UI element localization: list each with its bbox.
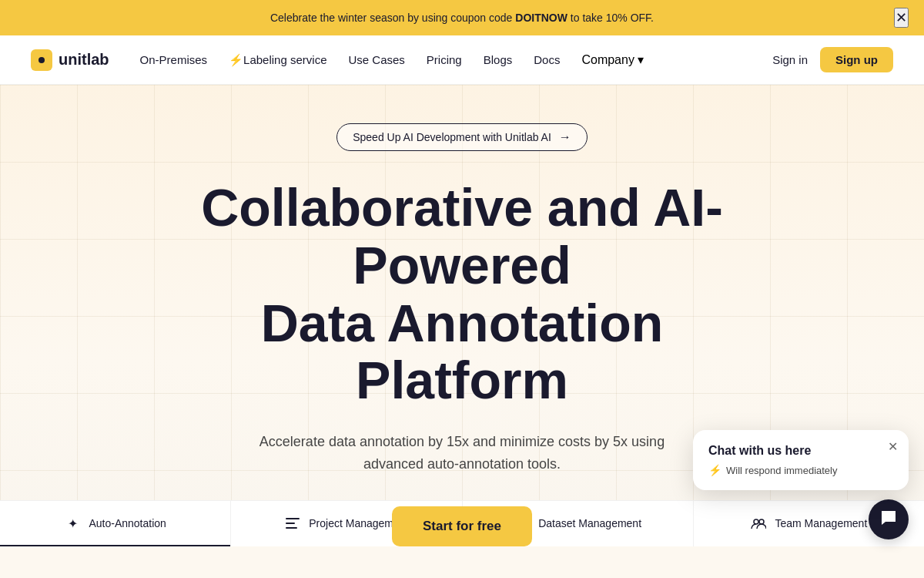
- arrow-icon: →: [559, 130, 571, 144]
- navbar-right: Sign in Sign up: [772, 47, 893, 72]
- navbar-left: unitlab On-Premises ⚡Labeling service Us…: [31, 49, 644, 71]
- banner-text: Celebrate the winter season by using cou…: [270, 12, 654, 24]
- chat-open-button[interactable]: [869, 499, 909, 539]
- top-banner: Celebrate the winter season by using cou…: [0, 0, 924, 35]
- close-chat-button[interactable]: ✕: [888, 439, 898, 454]
- hero-title: Collaborative and AI-Powered Data Annota…: [154, 179, 770, 409]
- nav-item-pricing[interactable]: Pricing: [427, 53, 462, 67]
- close-banner-button[interactable]: ✕: [894, 8, 909, 28]
- nav-item-on-premises[interactable]: On-Premises: [140, 53, 208, 67]
- navbar: unitlab On-Premises ⚡Labeling service Us…: [0, 35, 924, 85]
- nav-links: On-Premises ⚡Labeling service Use Cases …: [140, 52, 644, 67]
- chat-popup: ✕ Chat with us here ⚡ Will respond immed…: [693, 430, 909, 490]
- nav-item-company[interactable]: Company ▾: [581, 52, 643, 67]
- chevron-down-icon: ▾: [638, 52, 644, 67]
- nav-item-docs[interactable]: Docs: [534, 53, 560, 67]
- chat-icon: [880, 509, 897, 530]
- svg-point-0: [38, 57, 45, 63]
- nav-item-use-cases[interactable]: Use Cases: [348, 53, 404, 67]
- chat-widget: ✕ Chat with us here ⚡ Will respond immed…: [693, 430, 909, 539]
- logo-icon: [31, 49, 52, 71]
- hero-subtitle: Accelerate data annotation by 15x and mi…: [246, 431, 678, 476]
- chat-popup-status: ⚡ Will respond immediately: [708, 464, 893, 476]
- signup-button[interactable]: Sign up: [820, 47, 893, 72]
- chat-popup-title: Chat with us here: [708, 444, 893, 458]
- lightning-icon: ⚡: [708, 464, 721, 476]
- nav-item-labeling[interactable]: ⚡Labeling service: [229, 53, 326, 67]
- logo[interactable]: unitlab: [31, 49, 109, 71]
- start-free-button[interactable]: Start for free: [392, 506, 532, 546]
- hero-pill[interactable]: Speed Up AI Development with Unitlab AI …: [336, 123, 588, 151]
- signin-button[interactable]: Sign in: [772, 53, 808, 66]
- nav-item-blogs[interactable]: Blogs: [484, 53, 513, 67]
